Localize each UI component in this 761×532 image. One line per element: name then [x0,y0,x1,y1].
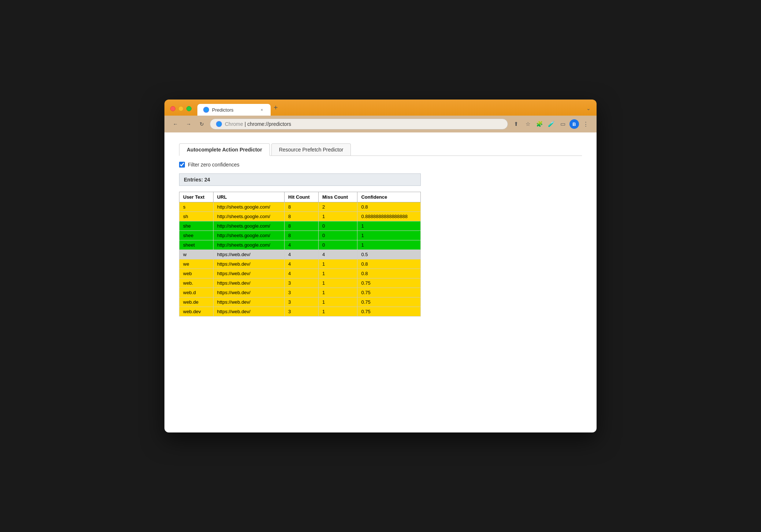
cell-hit-count: 3 [285,297,319,307]
cell-url: https://web.dev/ [213,259,284,269]
browser-window: 🌐 Predictors × + ⌄ ← → ↻ 🌐 Chrome | chro… [164,100,597,432]
col-header-hit-count: Hit Count [285,192,319,202]
profile-button[interactable]: B [569,119,579,129]
cell-user-text: web.de [179,297,214,307]
tab-resource-prefetch[interactable]: Resource Prefetch Predictor [271,143,351,156]
address-url: chrome://predictors [247,121,291,127]
cell-url: http://sheets.google.com/ [213,231,284,240]
cell-hit-count: 8 [285,212,319,221]
cell-hit-count: 4 [285,250,319,259]
tab-autocomplete[interactable]: Autocomplete Action Predictor [179,143,270,156]
close-button[interactable] [170,106,175,111]
cell-url: https://web.dev/ [213,297,284,307]
cell-confidence: 1 [357,221,421,231]
cell-confidence: 0.8888888888888888 [357,212,421,221]
cell-miss-count: 4 [319,250,357,259]
cell-confidence: 0.75 [357,288,421,297]
col-header-miss-count: Miss Count [319,192,357,202]
cell-url: http://sheets.google.com/ [213,202,284,212]
cell-url: http://sheets.google.com/ [213,221,284,231]
cell-miss-count: 1 [319,212,357,221]
cell-url: https://web.dev/ [213,278,284,288]
cell-user-text: shee [179,231,214,240]
cell-confidence: 0.75 [357,307,421,316]
table-row: shhttp://sheets.google.com/810.888888888… [179,212,421,221]
filter-label[interactable]: Filter zero confidences [188,162,240,168]
back-button[interactable]: ← [170,119,181,129]
cell-user-text: s [179,202,214,212]
forward-button[interactable]: → [183,119,194,129]
address-label: Chrome | chrome://predictors [225,121,291,127]
cell-hit-count: 3 [285,307,319,316]
active-tab[interactable]: 🌐 Predictors × [197,104,271,116]
cell-miss-count: 1 [319,259,357,269]
data-table: User Text URL Hit Count Miss Count Confi… [179,192,421,316]
cell-miss-count: 2 [319,202,357,212]
cell-miss-count: 1 [319,297,357,307]
sidebar-button[interactable]: ▭ [558,119,568,129]
cell-user-text: w [179,250,214,259]
cell-miss-count: 0 [319,221,357,231]
cell-user-text: web [179,269,214,278]
table-row: sheethttp://sheets.google.com/401 [179,240,421,250]
table-row: web.https://web.dev/310.75 [179,278,421,288]
cell-hit-count: 3 [285,278,319,288]
share-button[interactable]: ⬆ [511,119,521,129]
tab-chevron-icon[interactable]: ⌄ [586,105,591,116]
cell-hit-count: 8 [285,202,319,212]
table-row: web.dehttps://web.dev/310.75 [179,297,421,307]
traffic-lights [170,106,192,116]
cell-confidence: 0.5 [357,250,421,259]
nav-icons: ⬆ ☆ 🧩 🧪 ▭ B ⋮ [511,119,591,129]
cell-miss-count: 1 [319,278,357,288]
cell-confidence: 0.75 [357,278,421,288]
tab-bar: 🌐 Predictors × + ⌄ [197,104,591,116]
cell-url: http://sheets.google.com/ [213,212,284,221]
extensions-button[interactable]: 🧩 [534,119,545,129]
table-row: whttps://web.dev/440.5 [179,250,421,259]
entries-bar: Entries: 24 [179,173,421,186]
refresh-button[interactable]: ↻ [197,119,207,129]
chrome-labs-button[interactable]: 🧪 [546,119,556,129]
table-row: shehttp://sheets.google.com/801 [179,221,421,231]
filter-checkbox[interactable] [179,162,185,168]
tab-close-button[interactable]: × [259,107,265,113]
tab-title: Predictors [212,107,256,113]
cell-hit-count: 4 [285,269,319,278]
table-row: shttp://sheets.google.com/820.8 [179,202,421,212]
cell-confidence: 1 [357,231,421,240]
cell-user-text: web. [179,278,214,288]
address-bar[interactable]: 🌐 Chrome | chrome://predictors [210,119,508,130]
col-header-confidence: Confidence [357,192,421,202]
address-favicon: 🌐 [216,121,222,127]
cell-url: http://sheets.google.com/ [213,240,284,250]
page-content: Autocomplete Action Predictor Resource P… [164,132,597,432]
cell-miss-count: 1 [319,269,357,278]
cell-confidence: 0.8 [357,269,421,278]
new-tab-button[interactable]: + [271,104,281,116]
table-row: web.dhttps://web.dev/310.75 [179,288,421,297]
cell-url: https://web.dev/ [213,269,284,278]
page-tabs: Autocomplete Action Predictor Resource P… [179,143,582,156]
table-row: sheehttp://sheets.google.com/801 [179,231,421,240]
cell-miss-count: 0 [319,231,357,240]
minimize-button[interactable] [178,106,183,111]
table-header-row: User Text URL Hit Count Miss Count Confi… [179,192,421,202]
bookmark-button[interactable]: ☆ [523,119,533,129]
table-row: wehttps://web.dev/410.8 [179,259,421,269]
table-row: web.devhttps://web.dev/310.75 [179,307,421,316]
maximize-button[interactable] [186,106,192,111]
cell-user-text: web.dev [179,307,214,316]
title-bar: 🌐 Predictors × + ⌄ [164,100,597,116]
menu-button[interactable]: ⋮ [580,119,591,129]
cell-miss-count: 1 [319,288,357,297]
cell-user-text: sheet [179,240,214,250]
cell-confidence: 0.8 [357,259,421,269]
col-header-user-text: User Text [179,192,214,202]
cell-user-text: she [179,221,214,231]
cell-hit-count: 3 [285,288,319,297]
cell-url: https://web.dev/ [213,250,284,259]
cell-user-text: web.d [179,288,214,297]
table-row: webhttps://web.dev/410.8 [179,269,421,278]
cell-confidence: 0.75 [357,297,421,307]
